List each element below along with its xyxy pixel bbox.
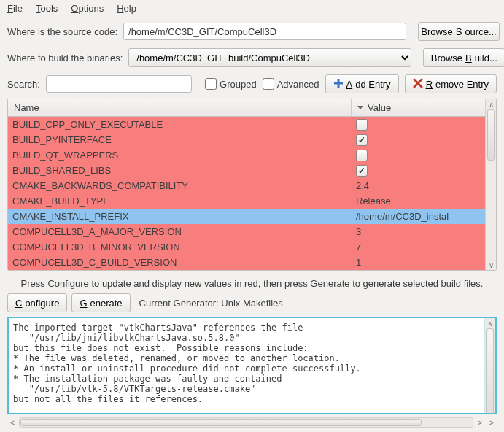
cell-value[interactable] xyxy=(352,119,496,131)
advanced-label: Advanced xyxy=(277,79,319,90)
cell-value[interactable] xyxy=(352,134,496,146)
table-vscrollbar[interactable]: ∧ ∨ xyxy=(485,99,496,270)
build-select[interactable]: /home/m/CC3D_GIT_build/CompuCell3D xyxy=(128,48,411,67)
scroll-left-icon[interactable]: < xyxy=(7,418,18,427)
chevron-down-icon xyxy=(357,106,363,109)
cell-name: COMPUCELL3D_B_MINOR_VERSION xyxy=(8,242,352,252)
action-row: Configure Generate Current Generator: Un… xyxy=(0,293,504,317)
table-row[interactable]: BUILD_PYINTERFACE xyxy=(8,132,496,147)
cell-value[interactable]: 2.4 xyxy=(352,180,496,191)
table-row[interactable]: BUILD_QT_WRAPPERS xyxy=(8,147,496,163)
search-input[interactable] xyxy=(46,75,192,93)
cell-name: BUILD_CPP_ONLY_EXECUTABLE xyxy=(8,119,352,130)
menubar: File Tools Options Help xyxy=(0,0,504,18)
cell-name: CMAKE_BUILD_TYPE xyxy=(8,196,352,207)
table-row[interactable]: BUILD_CPP_ONLY_EXECUTABLE xyxy=(8,117,496,132)
hint-text: Press Configure to update and display ne… xyxy=(0,275,504,293)
build-label: Where to build the binaries: xyxy=(7,53,123,63)
cell-value[interactable]: /home/m/CC3D_instal xyxy=(352,211,496,222)
browse-source-button[interactable]: Browse Source... xyxy=(418,22,500,41)
table-row[interactable]: BUILD_SHARED_LIBS xyxy=(8,163,496,178)
output-log[interactable]: The imported target "vtkChartsJava" refe… xyxy=(7,317,497,414)
value-checkbox[interactable] xyxy=(356,134,368,146)
table-row[interactable]: COMPUCELL3D_B_MINOR_VERSION7 xyxy=(8,239,496,255)
remove-entry-button[interactable]: Remove Entry xyxy=(405,74,497,93)
cell-value[interactable] xyxy=(352,165,496,177)
source-label: Where is the source code: xyxy=(7,26,117,37)
value-checkbox[interactable] xyxy=(356,119,368,131)
cell-name: BUILD_PYINTERFACE xyxy=(8,134,352,145)
source-row: Where is the source code: Browse Source.… xyxy=(0,18,504,45)
cell-value[interactable]: 1 xyxy=(352,257,496,268)
hscroll-thumb[interactable] xyxy=(20,419,422,426)
cell-name: COMPUCELL3D_A_MAJOR_VERSION xyxy=(8,226,352,237)
remove-icon xyxy=(413,78,423,90)
header-value[interactable]: Value xyxy=(352,99,496,116)
cell-name: BUILD_SHARED_LIBS xyxy=(8,165,352,176)
svg-rect-1 xyxy=(334,82,343,84)
cell-name: COMPUCELL3D_C_BUILD_VERSION xyxy=(8,257,352,268)
grouped-checkbox[interactable] xyxy=(205,78,217,90)
menu-tools[interactable]: Tools xyxy=(36,3,58,14)
value-checkbox[interactable] xyxy=(356,150,368,161)
menu-options[interactable]: Options xyxy=(71,3,104,14)
header-name[interactable]: Name xyxy=(8,99,352,116)
cell-value[interactable]: 7 xyxy=(352,242,496,252)
log-text: The imported target "vtkChartsJava" refe… xyxy=(13,323,361,414)
table-header: Name Value xyxy=(8,99,496,117)
grouped-label: Grouped xyxy=(220,79,257,90)
scroll-up-icon[interactable]: ∧ xyxy=(486,99,496,109)
table-row[interactable]: CMAKE_BACKWARDS_COMPATIBILITY2.4 xyxy=(8,178,496,193)
browse-build-button[interactable]: Browse Build... xyxy=(423,48,504,67)
advanced-checkbox-wrap[interactable]: Advanced xyxy=(263,78,319,90)
cell-value[interactable]: Release xyxy=(352,196,496,207)
plus-icon xyxy=(333,78,344,90)
cell-value[interactable]: 3 xyxy=(352,226,496,237)
cell-name: CMAKE_INSTALL_PREFIX xyxy=(8,211,352,222)
scroll-up-icon[interactable]: ∧ xyxy=(485,318,495,328)
add-entry-button[interactable]: Add Entry xyxy=(325,74,399,93)
table-row[interactable]: COMPUCELL3D_A_MAJOR_VERSION3 xyxy=(8,224,496,239)
cell-value[interactable] xyxy=(352,150,496,161)
scroll-thumb[interactable] xyxy=(486,328,494,414)
scroll-down-icon[interactable]: ∨ xyxy=(486,260,496,270)
search-row: Search: Grouped Advanced Add Entry Remov… xyxy=(0,71,504,97)
scroll-right-icon[interactable]: > xyxy=(475,418,485,427)
menu-help[interactable]: Help xyxy=(117,3,136,14)
variables-table: Name Value BUILD_CPP_ONLY_EXECUTABLEBUIL… xyxy=(7,99,497,271)
table-row[interactable]: CMAKE_INSTALL_PREFIX/home/m/CC3D_instal xyxy=(8,209,496,224)
current-generator-label: Current Generator: Unix Makefiles xyxy=(139,298,283,309)
menu-file[interactable]: File xyxy=(7,3,23,14)
cell-name: CMAKE_BACKWARDS_COMPATIBILITY xyxy=(8,180,352,191)
scroll-right-icon[interactable]: > xyxy=(486,418,497,427)
source-input[interactable] xyxy=(123,23,406,40)
grouped-checkbox-wrap[interactable]: Grouped xyxy=(205,78,257,90)
generate-button[interactable]: Generate xyxy=(71,293,130,312)
log-vscrollbar[interactable]: ∧ ∨ xyxy=(484,318,495,413)
table-body: BUILD_CPP_ONLY_EXECUTABLEBUILD_PYINTERFA… xyxy=(8,117,496,270)
bottom-hscrollbar[interactable]: < > > xyxy=(0,417,504,432)
scroll-thumb[interactable] xyxy=(487,109,495,161)
advanced-checkbox[interactable] xyxy=(263,78,274,90)
table-row[interactable]: CMAKE_BUILD_TYPERelease xyxy=(8,193,496,209)
value-checkbox[interactable] xyxy=(356,165,368,177)
build-row: Where to build the binaries: /home/m/CC3… xyxy=(0,45,504,71)
cell-name: BUILD_QT_WRAPPERS xyxy=(8,150,352,161)
search-label: Search: xyxy=(7,79,40,90)
table-row[interactable]: COMPUCELL3D_C_BUILD_VERSION1 xyxy=(8,255,496,270)
configure-button[interactable]: Configure xyxy=(7,293,67,312)
